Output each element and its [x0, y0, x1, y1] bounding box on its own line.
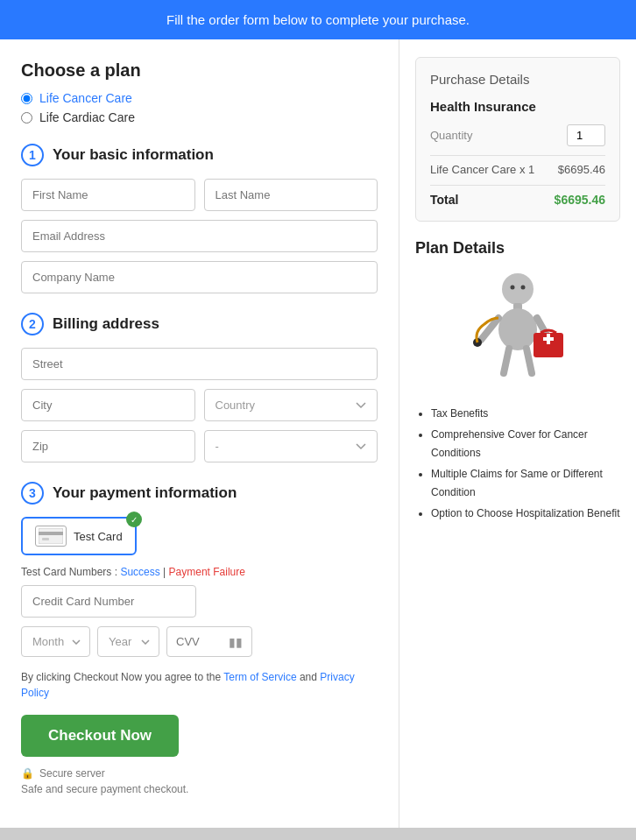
plan-bullets: Tax Benefits Comprehensive Cover for Can…	[415, 405, 620, 524]
svg-rect-15	[547, 334, 550, 344]
section-number-2: 2	[21, 313, 44, 335]
first-name-field	[21, 179, 195, 211]
card-option-label: Test Card	[74, 530, 123, 543]
cvv-input[interactable]	[176, 627, 229, 656]
terms-text: By clicking Checkout Now you agree to th…	[21, 669, 378, 701]
top-banner: Fill the order form below to complete yo…	[0, 0, 636, 39]
billing-header: 2 Billing address	[21, 313, 378, 335]
terms-prefix: By clicking Checkout Now you agree to th…	[21, 671, 223, 683]
month-wrap: Month 010203 040506 070809 101112	[21, 626, 90, 657]
last-name-field	[204, 179, 378, 211]
email-input[interactable]	[21, 220, 378, 252]
city-input[interactable]	[21, 389, 195, 421]
quantity-input[interactable]	[567, 124, 605, 146]
svg-rect-0	[39, 528, 63, 544]
secure-sub: Safe and secure payment checkout.	[21, 783, 378, 795]
email-field	[21, 220, 378, 252]
total-value: $6695.46	[555, 193, 605, 207]
bullet-2: Comprehensive Cover for Cancer Condition…	[431, 426, 620, 463]
billing-title: Billing address	[53, 315, 159, 333]
line-item-row: Life Cancer Care x 1 $6695.46	[430, 163, 605, 176]
terms-of-service-link[interactable]: Term of Service	[223, 671, 296, 683]
street-field	[21, 348, 378, 380]
cvv-icon: ▮▮	[229, 635, 243, 649]
success-link[interactable]: Success	[120, 566, 159, 578]
svg-rect-2	[42, 538, 49, 540]
right-panel: Purchase Details Health Insurance Quanti…	[399, 39, 636, 828]
plan-radio-cancer[interactable]: Life Cancer Care	[21, 91, 378, 105]
year-select[interactable]: Year 202420252026 202720282029 2030	[97, 626, 159, 657]
street-row	[21, 348, 378, 380]
total-row: Total $6695.46	[430, 193, 605, 207]
expiry-row: Month 010203 040506 070809 101112 Year 2…	[21, 626, 378, 657]
health-insurance-label: Health Insurance	[430, 99, 605, 114]
purchase-details-title: Purchase Details	[430, 72, 605, 87]
year-wrap: Year 202420252026 202720282029 2030	[97, 626, 159, 657]
plan-figure-svg	[465, 270, 570, 392]
svg-point-5	[521, 286, 526, 290]
plan-cardiac-label: Life Cardiac Care	[39, 110, 135, 124]
test-numbers-label: Test Card Numbers :	[21, 566, 120, 578]
company-field	[21, 261, 378, 293]
bullet-3: Multiple Claims for Same or Different Co…	[431, 465, 620, 503]
secure-info: 🔒 Secure server	[21, 767, 378, 780]
svg-rect-1	[39, 532, 63, 535]
plan-radio-cardiac[interactable]: Life Cardiac Care	[21, 110, 378, 124]
card-icon	[35, 526, 67, 547]
zip-field	[21, 430, 195, 462]
left-panel: Choose a plan Life Cancer Care Life Card…	[0, 39, 399, 828]
svg-line-11	[504, 349, 509, 373]
secure-label: Secure server	[39, 767, 105, 780]
zip-input[interactable]	[21, 430, 195, 462]
month-select[interactable]: Month 010203 040506 070809 101112	[21, 626, 90, 657]
name-row	[21, 179, 378, 211]
payment-header: 3 Your payment information	[21, 482, 378, 505]
company-row	[21, 261, 378, 293]
page-wrapper: Fill the order form below to complete yo…	[0, 0, 636, 828]
cc-number-input[interactable]	[21, 585, 196, 618]
plan-details-section: Plan Details	[415, 239, 620, 524]
country-select[interactable]: Country United States United Kingdom Can…	[204, 389, 378, 421]
checkout-button[interactable]: Checkout Now	[21, 715, 179, 757]
svg-point-7	[498, 308, 537, 350]
choose-plan-heading: Choose a plan	[21, 60, 378, 81]
failure-link[interactable]: Payment Failure	[169, 566, 245, 578]
main-content: Choose a plan Life Cancer Care Life Card…	[0, 39, 636, 828]
terms-and: and	[297, 671, 321, 683]
plan-cancer-label: Life Cancer Care	[39, 91, 132, 105]
state-field: - AL AK AZ CA FL NY TX	[204, 430, 378, 462]
street-input[interactable]	[21, 348, 378, 380]
zip-state-row: - AL AK AZ CA FL NY TX	[21, 430, 378, 462]
quantity-label: Quantity	[430, 129, 472, 142]
plan-image-area	[415, 270, 620, 392]
payment-title: Your payment information	[53, 484, 237, 502]
banner-text: Fill the order form below to complete yo…	[166, 12, 470, 27]
company-input[interactable]	[21, 261, 378, 293]
divider-1	[430, 155, 605, 156]
bullet-4: Option to Choose Hospitalization Benefit	[431, 505, 620, 524]
svg-line-12	[526, 349, 532, 373]
test-card-option[interactable]: Test Card ✓	[21, 517, 137, 555]
cvv-wrap: ▮▮	[166, 626, 252, 657]
line-item-price: $6695.46	[558, 163, 605, 176]
section-number-1: 1	[21, 144, 44, 166]
plan-radio-cancer-input[interactable]	[21, 93, 32, 104]
divider-2	[430, 185, 605, 186]
basic-info-title: Your basic information	[53, 146, 214, 164]
plan-radio-cardiac-input[interactable]	[21, 112, 32, 124]
card-selected-badge: ✓	[126, 512, 142, 527]
section-number-3: 3	[21, 482, 44, 505]
total-label: Total	[430, 193, 458, 207]
first-name-input[interactable]	[21, 179, 195, 211]
city-field	[21, 389, 195, 421]
basic-info-header: 1 Your basic information	[21, 144, 378, 166]
line-item-label: Life Cancer Care x 1	[430, 163, 534, 176]
svg-point-4	[511, 286, 515, 290]
lock-icon: 🔒	[21, 767, 34, 780]
credit-card-svg	[39, 528, 63, 544]
country-field: Country United States United Kingdom Can…	[204, 389, 378, 421]
plan-details-title: Plan Details	[415, 239, 620, 258]
svg-point-3	[502, 273, 534, 305]
last-name-input[interactable]	[204, 179, 378, 211]
state-select[interactable]: - AL AK AZ CA FL NY TX	[204, 430, 378, 462]
